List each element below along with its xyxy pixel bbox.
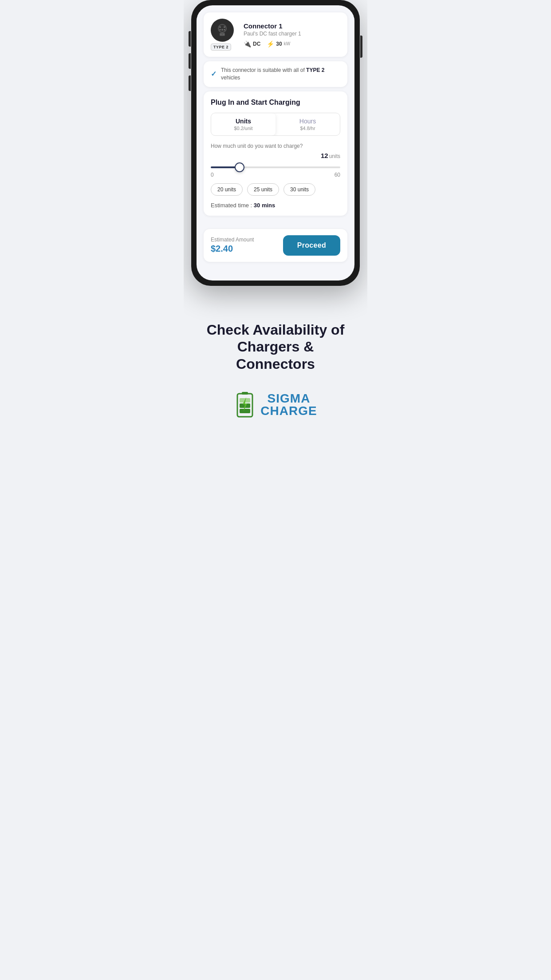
tab-units-label: Units: [215, 118, 272, 125]
svg-point-4: [221, 29, 223, 31]
connector-name: Connector 1: [244, 22, 340, 30]
est-time-label: Estimated time :: [211, 202, 254, 209]
slider-range-labels: 0 60: [211, 172, 340, 178]
tagline-line1: Check Availability of: [207, 322, 345, 338]
slider-number: 12: [321, 152, 328, 159]
connector-card: TYPE 2 Connector 1 Paul's DC fast charge…: [204, 12, 347, 57]
compat-prefix: This connector is suitable with all of: [221, 67, 305, 73]
unit-slider[interactable]: [211, 166, 340, 168]
section-title: Plug In and Start Charging: [211, 99, 340, 107]
phone-shell: TYPE 2 Connector 1 Paul's DC fast charge…: [191, 0, 360, 286]
slider-unit: units: [329, 153, 340, 159]
screen-content: TYPE 2 Connector 1 Paul's DC fast charge…: [197, 12, 354, 262]
check-icon: ✓: [211, 70, 216, 78]
amount-label: Estimated Amount: [211, 237, 254, 243]
connector-svg-icon: [214, 22, 230, 38]
page: TYPE 2 Connector 1 Paul's DC fast charge…: [184, 0, 367, 432]
chip-20[interactable]: 20 units: [211, 183, 243, 196]
proceed-button[interactable]: Proceed: [283, 235, 340, 256]
chip-25[interactable]: 25 units: [247, 183, 279, 196]
slider-wrap[interactable]: [211, 162, 340, 170]
kw-label: kW: [284, 41, 290, 46]
slider-max-label: 60: [335, 172, 340, 178]
logo-charge: CHARGE: [260, 405, 317, 417]
svg-rect-11: [242, 392, 248, 395]
type-badge: TYPE 2: [211, 43, 231, 51]
est-time: Estimated time : 30 mins: [211, 202, 340, 209]
logo-text-wrap: SIGMA CHARGE: [260, 392, 317, 417]
tagline-text: Check Availability of Chargers & Connect…: [197, 321, 354, 372]
slider-value-row: 12units: [211, 152, 340, 159]
slider-question: How much unit do you want to charge?: [211, 143, 340, 149]
est-time-value: 30 mins: [254, 202, 275, 209]
connector-header: TYPE 2 Connector 1 Paul's DC fast charge…: [211, 19, 340, 51]
amount-section: Estimated Amount $2.40: [211, 237, 254, 254]
charging-tabs: Units $0.2/unit Hours $4.8/hr: [211, 113, 340, 136]
tab-units[interactable]: Units $0.2/unit: [211, 113, 276, 135]
svg-point-9: [223, 34, 224, 35]
spacer: [197, 220, 354, 225]
svg-rect-12: [240, 409, 250, 413]
connector-specs: 🔌 DC ⚡ 30 kW: [244, 40, 340, 47]
logo-sigma: SIGMA: [260, 392, 317, 405]
svg-point-3: [224, 26, 225, 28]
connector-info: Connector 1 Paul's DC fast charger 1 🔌 D…: [244, 22, 340, 47]
spec-power-value: 30: [276, 41, 282, 47]
tab-units-sub: $0.2/unit: [215, 126, 272, 131]
connector-icon: [211, 19, 234, 42]
svg-point-6: [224, 29, 225, 31]
compat-suffix: vehicles: [221, 75, 240, 81]
bolt-icon: ⚡: [267, 40, 274, 47]
charging-section: Plug In and Start Charging Units $0.2/un…: [204, 91, 347, 216]
amount-value: $2.40: [211, 244, 254, 254]
quick-chips: 20 units 25 units 30 units: [211, 183, 340, 196]
tab-hours-sub: $4.8/hr: [279, 126, 336, 131]
svg-point-2: [219, 26, 221, 28]
spec-power: ⚡ 30 kW: [267, 40, 290, 47]
compat-text: This connector is suitable with all of T…: [221, 67, 340, 82]
tab-hours[interactable]: Hours $4.8/hr: [276, 113, 340, 135]
phone-screen: TYPE 2 Connector 1 Paul's DC fast charge…: [197, 5, 354, 281]
battery-logo-icon: [234, 390, 256, 419]
chip-30[interactable]: 30 units: [283, 183, 315, 196]
tagline-line2: Chargers & Connectors: [236, 339, 315, 371]
charger-name: Paul's DC fast charger 1: [244, 31, 340, 37]
spec-current-value: DC: [253, 41, 260, 47]
bottom-bar: Estimated Amount $2.40 Proceed: [204, 229, 347, 262]
svg-point-1: [219, 25, 226, 32]
svg-point-5: [220, 29, 221, 31]
tab-hours-label: Hours: [279, 118, 336, 125]
spec-current: 🔌 DC: [244, 40, 260, 47]
slider-min-label: 0: [211, 172, 214, 178]
compat-notice: ✓ This connector is suitable with all of…: [204, 61, 347, 87]
svg-point-8: [220, 34, 222, 35]
slider-value: 12units: [321, 152, 340, 159]
connector-icon-wrap: TYPE 2: [211, 19, 237, 51]
tagline-section: Check Availability of Chargers & Connect…: [184, 304, 367, 432]
compat-type: TYPE 2: [306, 67, 324, 73]
logo-section: SIGMA CHARGE: [197, 390, 354, 419]
plug-icon: 🔌: [244, 40, 251, 47]
